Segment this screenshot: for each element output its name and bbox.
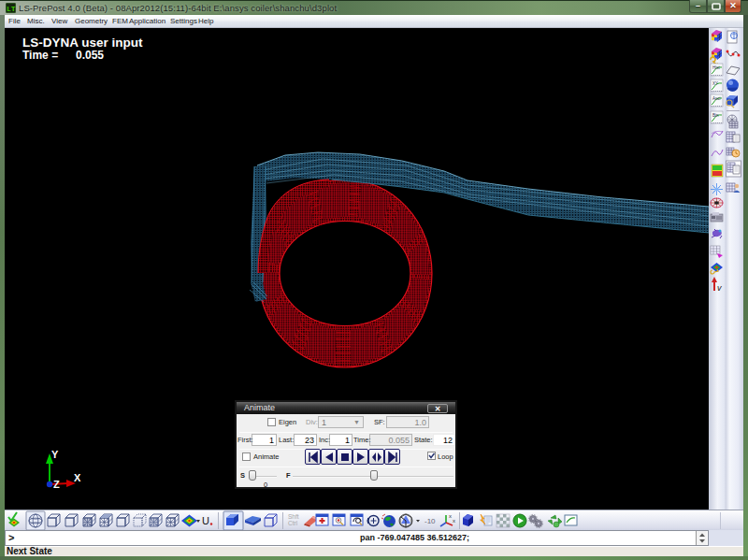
- svg-text:Shft: Shft: [288, 513, 299, 520]
- svg-text:0.055: 0.055: [76, 49, 104, 62]
- svg-text:Bin: Bin: [712, 113, 719, 118]
- svg-text:X: X: [74, 472, 81, 483]
- svg-text:x: x: [453, 518, 455, 524]
- svg-text:x: x: [449, 513, 452, 519]
- svg-text:Z: Z: [53, 479, 60, 490]
- svg-text:Hist: Hist: [712, 65, 720, 70]
- svg-text:U: U: [202, 515, 209, 526]
- svg-text:-10: -10: [424, 517, 436, 525]
- svg-text:v: v: [717, 283, 722, 293]
- svg-text:LS-DYNA user input: LS-DYNA user input: [22, 36, 143, 50]
- svg-text:Time =: Time =: [22, 49, 58, 62]
- svg-text:XY: XY: [712, 81, 718, 86]
- svg-text:Asci: Asci: [712, 96, 721, 101]
- svg-text:Y: Y: [51, 449, 59, 460]
- svg-text:Ctrl: Ctrl: [288, 520, 298, 526]
